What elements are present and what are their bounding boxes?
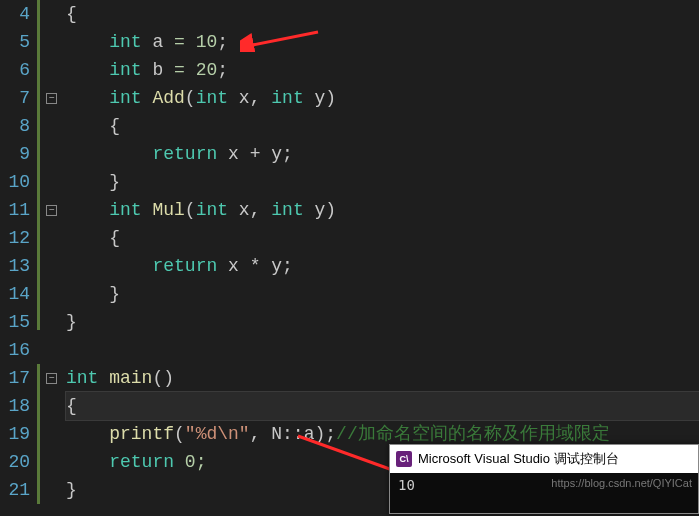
line-number-gutter: 4 5 6 7 8 9 10 11 12 13 14 15 16 17 18 1…: [0, 0, 36, 516]
keyword-int: int: [109, 88, 141, 108]
line-number: 21: [0, 476, 30, 504]
line-number: 10: [0, 168, 30, 196]
line-number: 6: [0, 56, 30, 84]
blank-line: [66, 336, 699, 364]
keyword-return: return: [109, 452, 174, 472]
console-titlebar[interactable]: C\ Microsoft Visual Studio 调试控制台: [390, 445, 698, 473]
number-literal: 20: [196, 60, 218, 80]
brace: {: [109, 228, 120, 248]
line-number: 11: [0, 196, 30, 224]
line-number: 5: [0, 28, 30, 56]
console-output: 10: [398, 477, 415, 493]
line-number: 12: [0, 224, 30, 252]
line-number: 15: [0, 308, 30, 336]
keyword-int: int: [109, 200, 141, 220]
brace: }: [66, 480, 77, 500]
brace: }: [66, 312, 77, 332]
brace: {: [109, 116, 120, 136]
line-number: 18: [0, 392, 30, 420]
line-number: 19: [0, 420, 30, 448]
brace: {: [66, 4, 77, 24]
fold-toggle[interactable]: −: [46, 93, 57, 104]
line-number: 17: [0, 364, 30, 392]
current-line: {: [66, 392, 699, 420]
line-number: 16: [0, 336, 30, 364]
code-editor[interactable]: 4 5 6 7 8 9 10 11 12 13 14 15 16 17 18 1…: [0, 0, 699, 516]
fold-column: − − −: [44, 0, 62, 516]
function-main: main: [98, 368, 152, 388]
function-name: Add: [142, 88, 185, 108]
function-name: Mul: [142, 200, 185, 220]
number-literal: 10: [196, 32, 218, 52]
line-number: 4: [0, 0, 30, 28]
brace: }: [109, 172, 120, 192]
keyword-int: int: [66, 368, 98, 388]
code-area[interactable]: { int a = 10; int b = 20; int Add(int x,…: [62, 0, 699, 516]
string-literal: "%d\n": [185, 424, 250, 444]
vs-icon: C\: [396, 451, 412, 467]
keyword-int: int: [109, 32, 141, 52]
line-number: 20: [0, 448, 30, 476]
line-number: 14: [0, 280, 30, 308]
keyword-return: return: [152, 144, 217, 164]
brace: }: [109, 284, 120, 304]
watermark-text: https://blog.csdn.net/QIYICat: [551, 477, 692, 489]
console-title: Microsoft Visual Studio 调试控制台: [418, 450, 619, 468]
keyword-int: int: [109, 60, 141, 80]
brace: {: [66, 396, 77, 416]
fold-toggle[interactable]: −: [46, 205, 57, 216]
debug-console-window[interactable]: C\ Microsoft Visual Studio 调试控制台 10 http…: [389, 444, 699, 514]
line-number: 13: [0, 252, 30, 280]
console-body[interactable]: 10 https://blog.csdn.net/QIYICat: [390, 473, 698, 513]
function-printf: printf: [109, 424, 174, 444]
comment: //加命名空间的名称及作用域限定: [336, 424, 610, 444]
fold-toggle[interactable]: −: [46, 373, 57, 384]
line-number: 9: [0, 140, 30, 168]
change-stripe: [36, 0, 44, 516]
line-number: 8: [0, 112, 30, 140]
keyword-return: return: [152, 256, 217, 276]
line-number: 7: [0, 84, 30, 112]
